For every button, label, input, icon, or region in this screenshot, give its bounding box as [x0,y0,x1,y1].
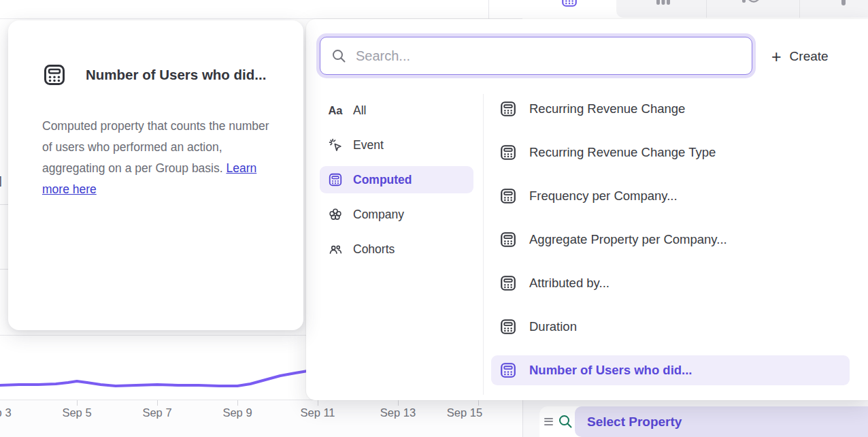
chart-type-tab-strip [522,0,868,19]
background-fragment-text: ] [0,174,2,188]
cursor-click-icon [328,137,343,152]
property-item[interactable]: Aggregate Property per Company... [491,225,850,255]
circular-arrow-icon[interactable] [740,0,763,7]
footer-divider [522,400,523,437]
number-icon[interactable] [837,0,850,5]
category-label: Computed [353,173,412,187]
select-property-row: Select Property [539,406,868,437]
calculator-icon [499,318,517,336]
calculator-icon [499,144,517,161]
search-box [320,37,752,75]
property-item[interactable]: Recurring Revenue Change [491,94,850,124]
property-label: Duration [529,319,577,334]
category-item-all[interactable]: Aa All [320,97,473,124]
text-aa-icon: Aa [328,103,343,118]
metric-board-icon [561,0,578,9]
property-label: Attributed by... [529,276,610,291]
axis-tick [77,400,78,406]
axis-tick [318,400,318,406]
property-picker-panel: + Create Aa All Event Computed Company C… [306,19,868,400]
drag-handle-icon[interactable] [544,418,553,425]
x-axis-label: Sep 15 [441,406,488,419]
calculator-icon [328,172,343,187]
create-button[interactable]: + Create [771,46,829,67]
panel-divider [483,94,484,395]
property-item[interactable]: Frequency per Company... [491,181,850,211]
search-input[interactable] [356,48,741,64]
property-item[interactable]: Recurring Revenue Change Type [491,137,850,167]
x-axis-label: Sep 13 [374,406,422,419]
category-label: Company [353,208,404,222]
create-button-label: Create [790,49,829,64]
tab-active-chart-type[interactable] [522,0,616,19]
calculator-icon [42,63,67,87]
x-axis-label: Sep 9 [214,406,261,419]
property-label: Number of Users who did... [529,363,692,378]
property-item[interactable]: Attributed by... [491,268,850,298]
axis-tick [237,400,238,406]
tooltip-description: Computed property that counts the number… [42,116,276,200]
background-divider [0,335,306,336]
axis-tick [478,400,479,406]
property-label: Recurring Revenue Change Type [529,145,716,160]
search-icon [331,48,347,64]
property-list: Recurring Revenue Change Recurring Reven… [491,94,850,385]
property-item[interactable]: Duration [491,312,850,342]
property-tooltip-card: Number of Users who did... Computed prop… [8,20,303,330]
calculator-icon [499,187,517,205]
axis-tick [398,400,399,406]
category-item-company[interactable]: Company [320,201,473,228]
category-label: Cohorts [353,242,395,257]
property-label: Frequency per Company... [529,189,678,204]
property-label: Aggregate Property per Company... [529,232,727,247]
page-top-strip [0,0,522,19]
trend-line-chart [0,364,313,400]
x-axis-label: Sep 11 [294,406,341,419]
select-property-button[interactable]: Select Property [575,406,868,437]
axis-tick [157,400,158,406]
tooltip-header: Number of Users who did... [42,63,266,87]
select-property-label: Select Property [587,415,682,430]
page-top-divider [488,0,489,19]
bar-chart-icon[interactable] [654,0,673,6]
category-item-event[interactable]: Event [320,131,473,159]
property-item-selected[interactable]: Number of Users who did... [491,355,850,385]
category-item-computed[interactable]: Computed [320,166,473,193]
search-icon [557,413,573,430]
plus-icon: + [771,48,782,65]
category-list: Aa All Event Computed Company Cohorts [320,97,473,263]
tab-separator [706,0,707,18]
tooltip-title: Number of Users who did... [86,67,266,83]
cohorts-icon [328,242,343,257]
tab-separator [799,0,800,18]
property-label: Recurring Revenue Change [529,101,685,116]
calculator-icon [499,361,517,379]
company-icon [328,207,343,222]
x-axis-area: Sep 3 Sep 5 Sep 7 Sep 9 Sep 11 Sep 13 Se… [0,400,523,437]
category-item-cohorts[interactable]: Cohorts [320,236,473,263]
calculator-icon [499,100,517,118]
trend-line [0,370,312,386]
x-axis-label: Sep 5 [53,406,101,419]
x-axis-label: Sep 3 [0,406,20,419]
category-label: Event [353,138,384,152]
calculator-icon [499,231,517,248]
calculator-icon [499,274,517,292]
category-label: All [353,103,366,118]
x-axis-label: Sep 7 [133,406,181,419]
